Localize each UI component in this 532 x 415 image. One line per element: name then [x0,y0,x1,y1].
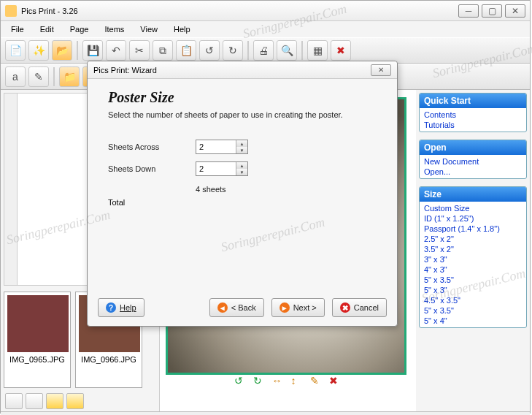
dialog-button-row: ?Help ◄< Back ►Next > ✖Cancel [98,298,387,317]
help-icon: ? [106,302,116,313]
edit-img-icon[interactable]: ✎ [310,375,323,388]
resize-handle-sw[interactable] [166,370,171,375]
size-link[interactable]: 5" x 3.5" [424,275,522,285]
rotate-left-icon[interactable]: ↺ [199,40,220,61]
thumb-image [7,295,69,352]
size-link[interactable]: ID (1" x 1.25") [424,213,522,224]
vertical-ruler [4,94,18,285]
size-link[interactable]: 5" x 4" [424,316,522,326]
delete-icon[interactable]: ✖ [331,40,351,61]
menubar: File Edit Page Items View Help [1,21,530,37]
paste-icon[interactable]: 📋 [176,40,196,61]
dialog-titlebar: Pics Print: Wizard ✕ [88,61,397,79]
undo-icon[interactable]: ↶ [106,40,126,61]
size-link[interactable]: 3" x 3" [424,254,522,264]
rotate-ccw-icon[interactable]: ↺ [234,375,247,388]
window-title: Pics Print - 3.26 [21,7,455,15]
file-btn-1[interactable] [5,393,23,409]
total-value: 4 sheets [196,183,377,194]
resize-handle-ne[interactable] [401,97,406,102]
menu-file[interactable]: File [7,23,28,35]
rotate-bar: ↺ ↻ ↔ ↕ ✎ ✖ [234,375,342,388]
cut-icon[interactable]: ✂ [129,40,150,61]
grid-icon[interactable]: ▦ [307,40,328,61]
link-tutorials[interactable]: Tutorials [424,120,522,130]
size-link[interactable]: 3.5" x 2" [424,244,522,254]
size-link[interactable]: Passport (1.4" x 1.8") [424,224,522,234]
sheets-down-input[interactable] [196,164,236,173]
sheets-down-label: Sheets Down [108,164,196,173]
new-doc-icon[interactable]: 📄 [5,40,26,61]
link-contents[interactable]: Contents [424,110,522,120]
thumbnail[interactable]: IMG_0965.JPG [4,292,71,388]
file-btn-2[interactable] [26,393,43,409]
wizard-icon[interactable]: ✨ [28,40,49,61]
size-link[interactable]: 5" x 3" [424,285,522,295]
remove-img-icon[interactable]: ✖ [329,375,342,388]
rotate-right-icon[interactable]: ↻ [223,40,243,61]
flip-h-icon[interactable]: ↔ [272,375,285,388]
file-btn-4[interactable] [66,393,84,409]
menu-view[interactable]: View [136,23,162,35]
spin-up-icon[interactable]: ▲ [236,140,247,147]
titlebar: Pics Print - 3.26 ─ ▢ ✕ [1,1,530,21]
toolbar-1: 📄 ✨ 📂 💾 ↶ ✂ ⧉ 📋 ↺ ↻ 🖨 🔍 ▦ ✖ [1,37,530,64]
panel-header: Size [420,187,526,202]
help-button[interactable]: ?Help [98,298,144,317]
text-tool-icon[interactable]: a [5,66,26,87]
dialog-close-button[interactable]: ✕ [371,64,391,76]
sheets-down-spinner[interactable]: ▲▼ [196,161,248,176]
app-icon [5,5,17,17]
right-pane: Quick Start Contents Tutorials Open New … [416,90,530,411]
dialog-heading: Poster Size [108,89,377,106]
open-folder-icon[interactable]: 📂 [52,40,72,61]
panel-quickstart: Quick Start Contents Tutorials [419,93,527,132]
size-link[interactable]: 5" x 3.5" [424,305,522,316]
maximize-button[interactable]: ▢ [482,4,502,18]
size-link[interactable]: 2.5" x 2" [424,234,522,244]
rotate-cw-icon[interactable]: ↻ [253,375,266,388]
panel-size: Size Custom Size ID (1" x 1.25") Passpor… [419,186,527,328]
next-button[interactable]: ►Next > [271,298,325,317]
print-icon[interactable]: 🖨 [253,40,274,61]
sheets-across-spinner[interactable]: ▲▼ [196,140,248,154]
menu-edit[interactable]: Edit [36,23,58,35]
edit-tool-icon[interactable]: ✎ [28,66,49,87]
minimize-button[interactable]: ─ [458,4,479,18]
panel-open: Open New Document Open... [419,140,527,179]
spin-up-icon[interactable]: ▲ [236,162,247,169]
arrow-right-icon: ► [280,302,290,313]
spin-down-icon[interactable]: ▼ [236,169,247,175]
close-button[interactable]: ✕ [505,4,525,18]
statusbar: Showing Page 1 of 1 Koala.jpg : 19,37 × … [1,411,530,415]
link-newdoc[interactable]: New Document [424,156,522,167]
back-button[interactable]: ◄< Back [209,298,264,317]
resize-handle-se[interactable] [401,370,406,375]
menu-page[interactable]: Page [66,23,93,35]
flip-v-icon[interactable]: ↕ [291,375,304,388]
app-window: Pics Print - 3.26 ─ ▢ ✕ File Edit Page I… [0,0,531,414]
arrow-left-icon: ◄ [217,302,228,313]
thumb-label: IMG_0965.JPG [9,355,65,364]
file-btn-3[interactable] [46,393,63,409]
size-link[interactable]: Custom Size [424,203,522,213]
cancel-button[interactable]: ✖Cancel [332,298,387,317]
panel-header: Quick Start [420,94,526,108]
panel-header: Open [420,140,526,155]
menu-help[interactable]: Help [169,23,195,35]
cancel-icon: ✖ [340,302,350,313]
dialog-subtext: Select the number of sheets of paper to … [108,110,377,119]
sheets-across-input[interactable] [196,142,236,151]
menu-items[interactable]: Items [100,23,128,35]
link-open[interactable]: Open... [424,167,522,177]
spin-down-icon[interactable]: ▼ [236,147,247,153]
file-buttons [1,391,159,411]
total-label: Total [108,198,196,207]
copy-icon[interactable]: ⧉ [153,40,173,61]
size-link[interactable]: 4" x 3" [424,264,522,275]
size-link[interactable]: 4.5" x 3.5" [424,295,522,305]
save-icon[interactable]: 💾 [82,40,103,61]
folder1-icon[interactable]: 📁 [59,66,80,87]
dialog-title: Pics Print: Wizard [93,66,371,75]
preview-icon[interactable]: 🔍 [277,40,297,61]
